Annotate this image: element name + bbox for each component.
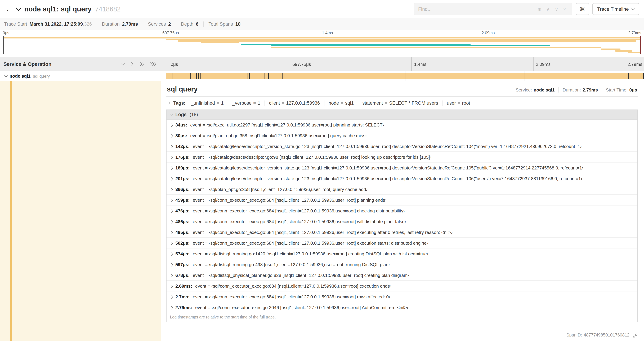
- expand-one-level-icon[interactable]: [121, 62, 125, 66]
- log-expand-icon[interactable]: [170, 274, 172, 277]
- trace-view-selector[interactable]: Trace Timeline: [592, 3, 639, 15]
- log-row[interactable]: 459μs:event = ‹sql/conn_executor_exec.go…: [166, 195, 638, 205]
- logs-section: Logs (18) 34μs:event = ‹sql/exec_util.go…: [166, 110, 638, 322]
- log-expand-icon[interactable]: [170, 177, 172, 180]
- span-row[interactable]: node sql1 sql query: [0, 71, 644, 81]
- span-service-name: node sql1: [10, 74, 30, 79]
- log-expand-icon[interactable]: [170, 123, 172, 127]
- expand-all-icon[interactable]: [139, 63, 143, 66]
- logs-list: 34μs:event = ‹sql/exec_util.go:2297 [nsq…: [166, 120, 638, 313]
- log-expand-icon[interactable]: [170, 306, 172, 309]
- deep-link-icon[interactable]: [632, 333, 638, 338]
- tags-row[interactable]: Tags: _unfinished=1_verbose=1client=127.…: [166, 97, 638, 110]
- minimap-canvas[interactable]: [3, 36, 641, 54]
- log-event-text: event = ‹sql/conn_executor_exec.go:684 […: [193, 208, 405, 213]
- span-row-name-cell[interactable]: node sql1 sql query: [0, 71, 166, 81]
- tag-item[interactable]: statement=SELECT * FROM users: [358, 101, 442, 106]
- log-row[interactable]: 597μs:event = ‹sql/distsql_running.go:49…: [166, 259, 638, 270]
- collapse-trace-header-icon[interactable]: [16, 5, 22, 11]
- back-button[interactable]: ←: [3, 3, 15, 15]
- log-timestamp: 80μs:: [175, 133, 187, 138]
- log-timestamp: 459μs:: [175, 198, 190, 203]
- log-expand-icon[interactable]: [170, 188, 172, 191]
- log-expand-icon[interactable]: [170, 199, 172, 202]
- log-event-text: event = ‹sql/conn_executor_exec.go:684 […: [193, 230, 452, 235]
- logs-collapse-icon[interactable]: [170, 112, 172, 116]
- prev-match-icon[interactable]: ∧: [544, 7, 552, 12]
- tag-item[interactable]: client=127.0.0.1:59936: [264, 101, 324, 106]
- collapse-all-icon[interactable]: [149, 63, 156, 66]
- log-row[interactable]: 176μs:event = ‹sql/catalog/descs/descrip…: [166, 152, 638, 163]
- log-event-tick: [250, 73, 250, 79]
- log-expand-icon[interactable]: [170, 284, 172, 288]
- trace-info-item: Duration2.79ms: [97, 22, 143, 27]
- minimap-span-bar: [3, 37, 641, 39]
- tag-value: sql1: [345, 101, 354, 106]
- minimap-right-scrubber[interactable]: [640, 36, 641, 54]
- focus-matches-icon[interactable]: ⊕: [535, 7, 544, 12]
- log-row[interactable]: 2.69ms:event = ‹sql/conn_executor_exec.g…: [166, 281, 638, 291]
- log-row[interactable]: 34μs:event = ‹sql/exec_util.go:2297 [nsq…: [166, 120, 638, 130]
- next-match-icon[interactable]: ∨: [552, 7, 561, 12]
- log-expand-icon[interactable]: [170, 263, 172, 266]
- collapse-one-level-icon[interactable]: [130, 62, 134, 66]
- trace-title-text: node sql1: sql query: [24, 5, 92, 13]
- clear-search-icon[interactable]: ×: [561, 7, 568, 12]
- log-timestamp: 34μs:: [175, 122, 187, 128]
- log-expand-icon[interactable]: [170, 220, 172, 223]
- tag-item[interactable]: node=sql1: [324, 101, 358, 106]
- log-expand-icon[interactable]: [170, 252, 172, 255]
- log-expand-icon[interactable]: [170, 166, 172, 169]
- span-collapse-icon[interactable]: [4, 74, 8, 77]
- tag-item[interactable]: user=root: [442, 101, 474, 106]
- find-bar: ⊕ ∧ ∨ ×: [414, 3, 572, 15]
- log-row[interactable]: 495μs:event = ‹sql/conn_executor_exec.go…: [166, 227, 638, 238]
- keyboard-shortcuts-button[interactable]: ⌘: [576, 3, 589, 15]
- log-row[interactable]: 486μs:event = ‹sql/conn_executor_exec.go…: [166, 216, 638, 227]
- log-expand-icon[interactable]: [170, 156, 172, 159]
- log-event-tick: [627, 73, 627, 79]
- log-timestamp: 597μs:: [175, 262, 190, 267]
- log-event-tick: [196, 73, 197, 79]
- tags-expand-icon[interactable]: [167, 102, 170, 105]
- log-row[interactable]: 189μs:event = ‹sql/catalog/lease/descrip…: [166, 163, 638, 173]
- log-row[interactable]: 366μs:event = ‹sql/plan_opt.go:358 [nsql…: [166, 184, 638, 195]
- service-operation-header-cell: Service & Operation: [0, 57, 168, 71]
- span-id-label: SpanID:: [566, 332, 582, 337]
- log-row[interactable]: 476μs:event = ‹sql/conn_executor_exec.go…: [166, 205, 638, 216]
- tag-item[interactable]: _verbose=1: [228, 101, 264, 106]
- log-expand-icon[interactable]: [170, 209, 172, 212]
- log-row[interactable]: 574μs:event = ‹sql/distsql_running.go:14…: [166, 248, 638, 259]
- log-row[interactable]: 678μs:event = ‹sql/distsql_physical_plan…: [166, 270, 638, 281]
- logs-header[interactable]: Logs (18): [166, 110, 638, 120]
- minimap-span-bar: [178, 40, 636, 42]
- tags-label: Tags:: [173, 101, 186, 106]
- trace-minimap[interactable]: 0μs697.75μs1.4ms2.09ms2.79ms: [0, 30, 644, 57]
- log-row[interactable]: 201μs:event = ‹sql/catalog/lease/descrip…: [166, 173, 638, 184]
- minimap-left-scrubber[interactable]: [3, 36, 4, 54]
- log-row[interactable]: 2.7ms:event = ‹sql/conn_executor_exec.go…: [166, 291, 638, 302]
- span-operation-name: sql query: [33, 74, 50, 79]
- log-expand-icon[interactable]: [170, 145, 172, 148]
- log-row[interactable]: 80μs:event = ‹sql/plan_opt.go:358 [nsql1…: [166, 130, 638, 141]
- find-input[interactable]: [418, 6, 535, 12]
- log-expand-icon[interactable]: [170, 231, 172, 234]
- trace-info-label: Duration: [102, 22, 120, 27]
- summary-start-time: Start Time:0μs: [602, 87, 638, 93]
- log-row[interactable]: 142μs:event = ‹sql/catalog/lease/descrip…: [166, 141, 638, 152]
- tag-equals: =: [253, 101, 256, 106]
- tag-item[interactable]: _unfinished=1: [187, 101, 228, 106]
- tag-key: _verbose: [232, 101, 252, 106]
- log-event-text: event = ‹sql/plan_opt.go:358 [nsql1,clie…: [193, 187, 368, 192]
- log-expand-icon[interactable]: [170, 134, 172, 137]
- log-row[interactable]: 2.79ms:event = ‹sql/conn_executor_exec.g…: [166, 302, 638, 313]
- log-expand-icon[interactable]: [170, 295, 172, 298]
- span-detail-summary: Service:node sql1 Duration:2.79ms Start …: [512, 87, 638, 93]
- span-row-timeline[interactable]: [166, 71, 644, 81]
- log-event-tick: [201, 73, 201, 79]
- span-detail-panel: sql query Service:node sql1 Duration:2.7…: [161, 81, 644, 341]
- log-row[interactable]: 502μs:event = ‹sql/conn_executor_exec.go…: [166, 238, 638, 248]
- trace-info-value: 6: [196, 22, 198, 27]
- log-expand-icon[interactable]: [170, 241, 172, 245]
- logs-label: Logs: [175, 112, 186, 117]
